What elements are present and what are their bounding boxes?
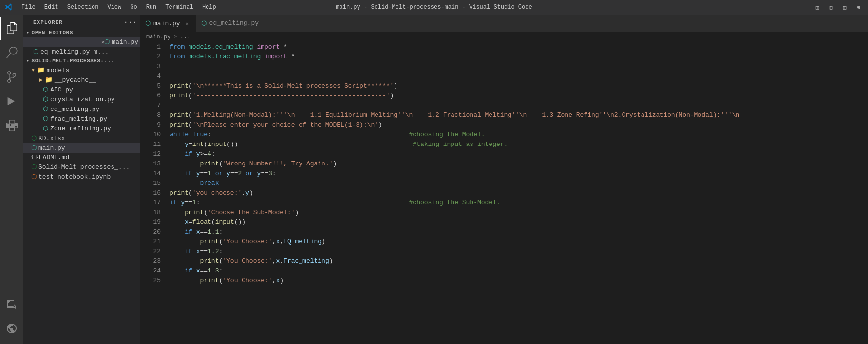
new-file-icon[interactable]: ··· bbox=[127, 18, 134, 26]
menu-run[interactable]: Run bbox=[142, 3, 161, 12]
menu-view[interactable]: View bbox=[103, 3, 125, 12]
pycache-folder-icon: 📁 bbox=[45, 76, 53, 84]
menu-selection[interactable]: Selection bbox=[63, 3, 103, 12]
editor-content[interactable]: 12345 678910 1112131415 1617181920 21222… bbox=[140, 42, 868, 344]
tab-bar: ⬡ main.py ✕ ⬡ eq_melting.py bbox=[140, 15, 868, 32]
close-tab-main-py[interactable]: ✕ bbox=[183, 19, 191, 27]
readme-info-icon: ℹ bbox=[31, 154, 33, 161]
tab-eq-melting[interactable]: ⬡ eq_melting.py bbox=[196, 15, 264, 32]
code-line-23: print('You Choose:',x,Frac_melting) bbox=[170, 256, 868, 266]
code-line-25: print('You Choose:',x) bbox=[170, 276, 868, 286]
vscode-icon bbox=[5, 3, 13, 11]
code-area[interactable]: from models.eq_melting import * from mod… bbox=[165, 42, 868, 344]
crystalization-icon: ⬡ bbox=[43, 95, 48, 103]
code-line-1: from models.eq_melting import * bbox=[170, 42, 868, 52]
pycache-label: __pycache__ bbox=[55, 76, 96, 84]
breadcrumb: main.py > ... bbox=[140, 32, 868, 42]
title-bar: File Edit Selection View Go Run Terminal… bbox=[0, 0, 868, 15]
code-line-11: y=int(input()) #taking input as integer. bbox=[170, 140, 868, 149]
frac-melting-label: frac_melting.py bbox=[50, 115, 107, 123]
menu-file[interactable]: File bbox=[18, 3, 39, 12]
open-editor-main-py-label: main.py bbox=[112, 38, 138, 46]
menu-terminal[interactable]: Terminal bbox=[161, 3, 197, 12]
kd-xlsx-icon: ⬡ bbox=[31, 134, 37, 142]
layout-btn-4[interactable]: ⊞ bbox=[853, 2, 863, 12]
menu-go[interactable]: Go bbox=[126, 3, 141, 12]
activity-search[interactable] bbox=[0, 41, 23, 64]
activity-testing[interactable] bbox=[0, 292, 23, 316]
folder-models-label: models bbox=[47, 67, 70, 74]
open-editors-label: Open Editors bbox=[32, 30, 73, 36]
activity-run[interactable] bbox=[0, 90, 23, 113]
tab-eq-melting-label: eq_melting.py bbox=[209, 19, 259, 27]
file-eq-melting-py[interactable]: ⬡ eq_melting.py bbox=[23, 104, 140, 114]
file-test-notebook[interactable]: ⬡ test notebook.ipynb bbox=[23, 172, 140, 181]
menu-bar: File Edit Selection View Go Run Terminal… bbox=[18, 3, 220, 12]
layout-btn-1[interactable]: ◫ bbox=[812, 2, 822, 12]
activity-remote[interactable] bbox=[0, 317, 23, 340]
main-layout: Explorer ··· ▾ Open Editors ✕ ⬡ main.py … bbox=[0, 15, 868, 344]
activity-explorer[interactable] bbox=[0, 17, 23, 40]
main-py-icon: ⬡ bbox=[104, 38, 110, 46]
editor-area: ⬡ main.py ✕ ⬡ eq_melting.py main.py > ..… bbox=[140, 15, 868, 344]
folder-models[interactable]: ▾ 📁 models bbox=[23, 65, 140, 75]
project-section[interactable]: ▾ Solid-Melt-Processes-... bbox=[23, 56, 140, 65]
code-line-12: if y>=4: bbox=[170, 149, 868, 159]
tab-main-py[interactable]: ⬡ main.py ✕ bbox=[140, 15, 196, 32]
breadcrumb-sep1: > bbox=[173, 34, 177, 40]
title-bar-right: ◫ ◫ ◫ ⊞ bbox=[812, 2, 863, 12]
breadcrumb-file[interactable]: main.py bbox=[146, 34, 170, 40]
file-kd-xlsx[interactable]: ⬡ KD.xlsx bbox=[23, 133, 140, 143]
breadcrumb-more[interactable]: ... bbox=[180, 34, 191, 40]
code-line-7 bbox=[170, 101, 868, 110]
code-line-21: print('You Choose:',x,EQ_melting) bbox=[170, 237, 868, 247]
activity-source-control[interactable] bbox=[0, 65, 23, 89]
activity-bar bbox=[0, 15, 23, 344]
activity-bar-bottom bbox=[0, 292, 23, 344]
afc-py-label: AFC.py bbox=[50, 86, 73, 93]
sidebar-title: Explorer bbox=[33, 19, 63, 25]
zone-refining-label: Zone_refining.py bbox=[50, 125, 111, 132]
kd-xlsx-label: KD.xlsx bbox=[38, 135, 65, 142]
file-readme-md[interactable]: ℹ README.md bbox=[23, 153, 140, 162]
tab-main-py-label: main.py bbox=[153, 20, 180, 27]
line-numbers: 12345 678910 1112131415 1617181920 21222… bbox=[140, 42, 165, 344]
open-editor-eq-melting-label: eq_melting.py m... bbox=[40, 48, 109, 55]
notebook-label: test notebook.ipynb bbox=[38, 173, 111, 181]
open-editor-eq-melting[interactable]: ⬡ eq_melting.py m... bbox=[23, 47, 140, 56]
file-zone-refining-py[interactable]: ⬡ Zone_refining.py bbox=[23, 124, 140, 133]
file-frac-melting-py[interactable]: ⬡ frac_melting.py bbox=[23, 114, 140, 124]
main-py-tree-icon: ⬡ bbox=[31, 144, 37, 152]
file-afc-py[interactable]: ⬡ AFC.py bbox=[23, 85, 140, 94]
code-line-19: x=float(input()) bbox=[170, 217, 868, 227]
code-line-9: print('\nPlease enter your choice of the… bbox=[170, 120, 868, 130]
file-solid-melt-xlsx[interactable]: ⬡ Solid-Melt processes_... bbox=[23, 162, 140, 172]
folder-pycache[interactable]: ▶ 📁 __pycache__ bbox=[23, 75, 140, 85]
window-title: main.py - Solid-Melt-processes-main - Vi… bbox=[336, 4, 532, 11]
code-line-22: if x==1.2: bbox=[170, 247, 868, 256]
layout-btn-2[interactable]: ◫ bbox=[826, 2, 836, 12]
main-py-tree-label: main.py bbox=[38, 145, 65, 152]
menu-edit[interactable]: Edit bbox=[40, 3, 62, 12]
file-main-py[interactable]: ⬡ main.py bbox=[23, 143, 140, 153]
project-chevron: ▾ bbox=[26, 58, 30, 64]
code-line-8: print('1.Melting(Non-Modal):'''\n 1.1 Eq… bbox=[170, 110, 868, 120]
file-crystalization-py[interactable]: ⬡ crystalization.py bbox=[23, 94, 140, 104]
layout-btn-3[interactable]: ◫ bbox=[840, 2, 849, 12]
close-main-py[interactable]: ✕ bbox=[101, 39, 105, 45]
activity-extensions[interactable] bbox=[0, 114, 23, 137]
models-folder-icon: 📁 bbox=[37, 66, 45, 74]
frac-melting-icon: ⬡ bbox=[43, 115, 48, 123]
eq-melting-icon: ⬡ bbox=[33, 48, 38, 55]
models-chevron: ▾ bbox=[31, 66, 35, 74]
afc-py-icon: ⬡ bbox=[43, 86, 48, 93]
project-label: Solid-Melt-Processes-... bbox=[32, 58, 114, 64]
open-editors-chevron: ▾ bbox=[26, 30, 30, 36]
open-editor-main-py[interactable]: ✕ ⬡ main.py bbox=[23, 37, 140, 47]
code-line-16: print('you choose:',y) bbox=[170, 188, 868, 198]
code-line-14: if y==1 or y==2 or y==3: bbox=[170, 169, 868, 179]
open-editors-section[interactable]: ▾ Open Editors bbox=[23, 28, 140, 37]
menu-help[interactable]: Help bbox=[198, 3, 220, 12]
code-line-24: if x==1.3: bbox=[170, 266, 868, 276]
code-line-2: from models.frac_melting import * bbox=[170, 52, 868, 62]
